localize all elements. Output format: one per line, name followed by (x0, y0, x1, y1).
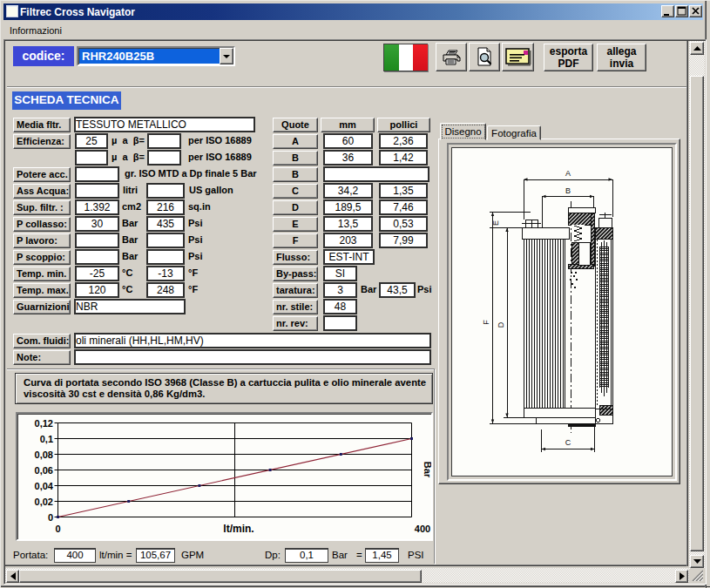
svg-text:lt/min.: lt/min. (223, 523, 254, 535)
svg-text:0: 0 (48, 512, 53, 523)
svg-text:B: B (565, 186, 571, 195)
svg-text:0,02: 0,02 (35, 497, 53, 507)
svg-text:0,1: 0,1 (40, 434, 53, 444)
svg-text:0,06: 0,06 (35, 465, 53, 476)
svg-text:D: D (497, 321, 505, 328)
svg-text:0: 0 (55, 524, 60, 534)
svg-text:A: A (565, 169, 571, 178)
svg-text:F: F (482, 320, 490, 325)
svg-text:0,12: 0,12 (35, 418, 53, 429)
svg-text:400: 400 (415, 524, 430, 534)
svg-text:0,04: 0,04 (35, 481, 54, 491)
svg-text:E: E (491, 220, 500, 226)
svg-text:0,08: 0,08 (35, 449, 53, 460)
svg-text:Bar: Bar (423, 462, 431, 478)
svg-text:C: C (565, 438, 571, 447)
